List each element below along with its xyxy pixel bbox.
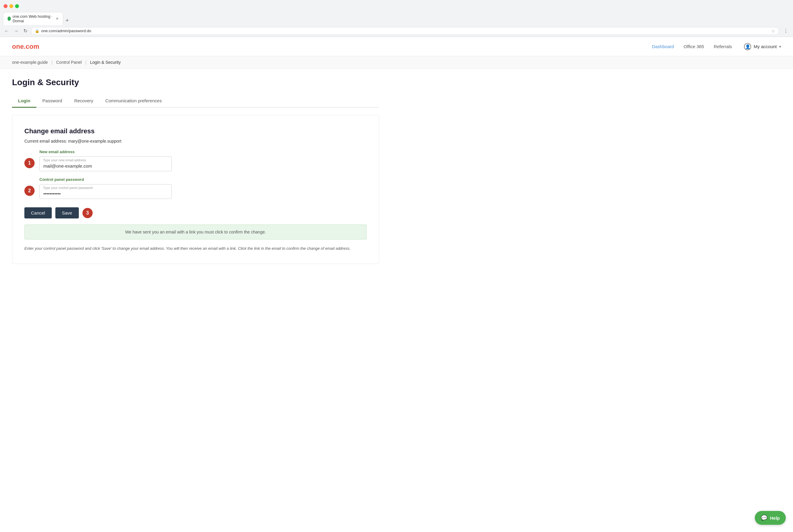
nav-dashboard[interactable]: Dashboard	[652, 44, 674, 49]
browser-tab[interactable]: one.com Web hosting · Domai ✕	[3, 12, 63, 25]
change-email-card: Change email address Current email addre…	[12, 115, 379, 264]
step-1-badge: 1	[24, 158, 35, 168]
maximize-button[interactable]	[15, 4, 19, 8]
breadcrumb-sep-2: |	[85, 60, 86, 65]
tabs: Login Password Recovery Communication pr…	[12, 94, 379, 108]
back-button[interactable]: ←	[3, 27, 10, 35]
tab-favicon	[7, 17, 11, 21]
success-banner: We have sent you an email with a link yo…	[24, 225, 367, 240]
cancel-button[interactable]: Cancel	[24, 207, 52, 218]
bookmark-icon[interactable]: ☆	[771, 28, 775, 33]
card-title: Change email address	[24, 127, 367, 135]
chevron-down-icon: ▾	[779, 44, 781, 49]
my-account-menu[interactable]: 👤 My account ▾	[744, 43, 781, 50]
step-1-group: 1 New email address Type your new email …	[24, 150, 367, 177]
app-header: one.com Dashboard Office 365 Referrals 👤…	[0, 37, 793, 56]
current-email-display: Current email address: mary@one-example.…	[24, 139, 367, 144]
current-email-label: Current email address:	[24, 139, 67, 144]
step-2-badge: 2	[24, 186, 35, 196]
main-content: Login & Security Login Password Recovery…	[0, 69, 391, 273]
tab-title: one.com Web hosting · Domai	[13, 14, 53, 23]
action-buttons-row: Cancel Save 3	[24, 207, 367, 218]
new-email-wrapper: Type your new email address	[39, 156, 367, 171]
breadcrumb-login-security: Login & Security	[90, 60, 121, 65]
breadcrumb-domain[interactable]: one-example.guide	[12, 60, 48, 65]
tab-communication-preferences[interactable]: Communication preferences	[99, 94, 168, 108]
address-bar[interactable]: 🔒 one.com/admin/password.do ☆	[31, 27, 779, 35]
logo[interactable]: one.com	[12, 43, 39, 51]
breadcrumb-control-panel[interactable]: Control Panel	[56, 60, 82, 65]
account-icon: 👤	[744, 43, 751, 50]
tab-login[interactable]: Login	[12, 94, 36, 108]
new-tab-button[interactable]: +	[63, 16, 71, 25]
url-text: one.com/admin/password.do	[41, 28, 770, 33]
lock-icon: 🔒	[35, 29, 39, 33]
minimize-button[interactable]	[9, 4, 13, 8]
refresh-button[interactable]: ↻	[22, 27, 28, 35]
close-button[interactable]	[4, 4, 7, 8]
password-label: Control panel password	[39, 177, 367, 182]
footer-note: Enter your control panel password and cl…	[24, 246, 367, 251]
nav-referrals[interactable]: Referrals	[714, 44, 732, 49]
breadcrumb-sep-1: |	[52, 60, 53, 65]
new-email-placeholder: Type your new email address	[43, 158, 86, 162]
tab-close-icon[interactable]: ✕	[56, 17, 59, 21]
nav-office365[interactable]: Office 365	[683, 44, 704, 49]
browser-menu-icon[interactable]: ⋮	[781, 27, 790, 35]
forward-button[interactable]: →	[13, 27, 20, 35]
password-placeholder: Type your control panel password	[43, 186, 92, 190]
step-3-badge: 3	[82, 208, 93, 218]
breadcrumb: one-example.guide | Control Panel | Logi…	[0, 56, 793, 69]
logo-one: one	[12, 43, 24, 50]
tab-recovery[interactable]: Recovery	[68, 94, 99, 108]
current-email-value: mary@one-example.support	[68, 139, 121, 144]
page-title: Login & Security	[12, 78, 379, 87]
save-button[interactable]: Save	[55, 207, 79, 218]
main-nav: Dashboard Office 365 Referrals	[652, 44, 732, 49]
success-message: We have sent you an email with a link yo…	[125, 230, 266, 234]
new-email-label: New email address	[39, 150, 367, 154]
logo-com: com	[25, 43, 39, 50]
my-account-label: My account	[754, 44, 777, 49]
tab-password[interactable]: Password	[36, 94, 68, 108]
password-wrapper: Type your control panel password	[39, 184, 367, 199]
step-2-group: 2 Control panel password Type your contr…	[24, 177, 367, 205]
